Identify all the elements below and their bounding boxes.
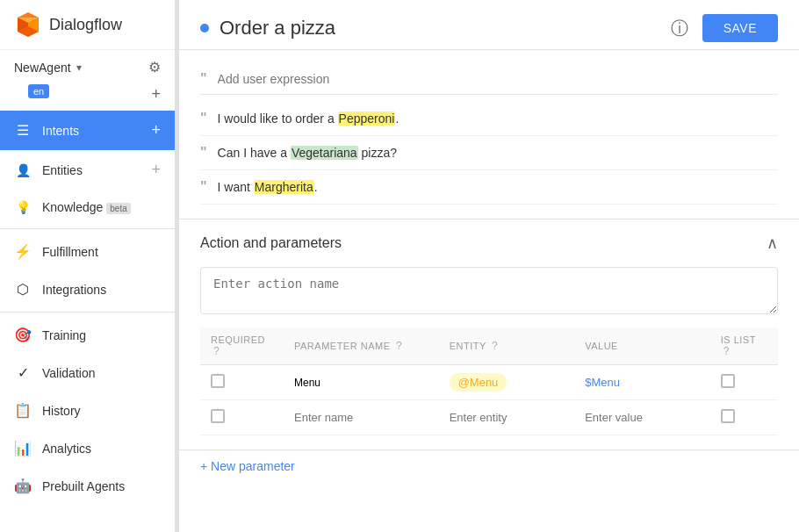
- th-required: REQUIRED ?: [200, 327, 284, 365]
- parameters-table: REQUIRED ? PARAMETER NAME ? ENTITY ? V: [200, 327, 778, 435]
- sidebar-item-entities[interactable]: 👤 Entities +: [0, 150, 175, 190]
- th-value: VALUE: [574, 327, 710, 365]
- training-icon: 🎯: [14, 327, 32, 343]
- expression-row-1: " I would like to order a Pepperoni.: [200, 102, 778, 136]
- value-input-2[interactable]: [585, 411, 700, 424]
- new-parameter-button[interactable]: + New parameter: [200, 459, 295, 473]
- sidebar-item-validation-label: Validation: [42, 366, 161, 380]
- add-lang-button[interactable]: +: [151, 85, 161, 104]
- page-title: Order a pizza: [220, 17, 335, 40]
- th-islist: IS LIST ?: [710, 327, 778, 365]
- action-name-input[interactable]: [200, 267, 778, 314]
- th-entity: ENTITY ?: [439, 327, 575, 365]
- param-name-input-2[interactable]: [294, 411, 428, 424]
- content-area: " " I would like to order a Pepperoni. "…: [179, 50, 799, 532]
- sidebar-item-knowledge-label: Knowledgebeta: [42, 200, 161, 214]
- highlight-margherita: Margherita: [254, 180, 314, 194]
- sidebar-item-analytics-label: Analytics: [42, 442, 161, 456]
- table-header-row: REQUIRED ? PARAMETER NAME ? ENTITY ? V: [200, 327, 778, 365]
- sidebar-item-knowledge[interactable]: 💡 Knowledgebeta: [0, 190, 175, 225]
- new-param-row: + New parameter: [179, 449, 799, 482]
- agent-name[interactable]: NewAgent: [14, 61, 71, 75]
- sidebar-item-training-label: Training: [42, 328, 161, 342]
- add-expression-input[interactable]: [218, 72, 778, 86]
- expressions-section: " " I would like to order a Pepperoni. "…: [179, 50, 799, 219]
- quote-icon-3: ": [200, 179, 207, 195]
- required-checkbox-2[interactable]: [211, 409, 225, 423]
- action-section: Action and parameters ∧ REQUIRED ? PARAM…: [179, 219, 799, 449]
- td-required-1: [200, 365, 284, 400]
- sidebar-item-prebuilt-label: Prebuilt Agents: [42, 479, 161, 493]
- param-name-help-icon[interactable]: ?: [396, 340, 402, 352]
- knowledge-icon: 💡: [14, 200, 32, 214]
- table-row-2: [200, 400, 778, 435]
- table-row-1: Menu @Menu $Menu: [200, 365, 778, 400]
- section-title: Action and parameters: [200, 235, 342, 251]
- sidebar-item-integrations-label: Integrations: [42, 283, 161, 297]
- sidebar-item-integrations[interactable]: ⬡ Integrations: [0, 270, 175, 308]
- required-checkbox-1[interactable]: [211, 374, 225, 388]
- sidebar-item-validation[interactable]: ✓ Validation: [0, 354, 175, 392]
- expression-text-1: I would like to order a Pepperoni.: [218, 111, 400, 126]
- param-name-value-1: Menu: [294, 377, 320, 389]
- quote-icon-2: ": [200, 145, 207, 161]
- islist-checkbox-1[interactable]: [721, 374, 735, 388]
- sidebar-item-prebuilt[interactable]: 🤖 Prebuilt Agents: [0, 467, 175, 505]
- sidebar-item-intents-label: Intents: [42, 124, 151, 138]
- entity-tag-1[interactable]: @Menu: [450, 373, 507, 392]
- sidebar: Dialogflow NewAgent ▾ ⚙ en + ☰ Intents +…: [0, 0, 176, 532]
- add-intent-button[interactable]: +: [151, 121, 161, 140]
- td-entity-2: [439, 400, 575, 435]
- sidebar-item-analytics[interactable]: 📊 Analytics: [0, 429, 175, 467]
- sidebar-item-history[interactable]: 📋 History: [0, 392, 175, 429]
- highlight-pepperoni: Pepperoni: [338, 111, 396, 126]
- sidebar-divider-1: [0, 228, 175, 229]
- highlight-vegetariana: Vegetariana: [291, 146, 358, 160]
- lang-badge[interactable]: en: [28, 84, 49, 98]
- save-button[interactable]: SAVE: [702, 14, 778, 42]
- sidebar-logo: Dialogflow: [0, 0, 175, 50]
- required-help-icon[interactable]: ?: [213, 345, 220, 357]
- th-param-name: PARAMETER NAME ?: [284, 327, 439, 365]
- add-expression-row: ": [200, 64, 778, 95]
- sidebar-item-training[interactable]: 🎯 Training: [0, 316, 175, 354]
- integrations-icon: ⬡: [14, 281, 32, 298]
- td-value-2: [574, 400, 710, 435]
- expression-row-3: " I want Margherita.: [200, 170, 778, 205]
- add-entity-button[interactable]: +: [151, 161, 161, 179]
- td-required-2: [200, 400, 284, 435]
- value-link-1[interactable]: $Menu: [585, 376, 620, 389]
- main-content: Order a pizza ⓘ SAVE " " I would like to…: [179, 0, 799, 532]
- gear-icon[interactable]: ⚙: [148, 59, 161, 75]
- sidebar-item-fulfillment-label: Fulfillment: [42, 245, 161, 259]
- quote-icon-1: ": [200, 111, 207, 126]
- prebuilt-icon: 🤖: [14, 478, 32, 494]
- logo-text: Dialogflow: [49, 16, 122, 34]
- history-icon: 📋: [14, 402, 32, 419]
- entity-help-icon[interactable]: ?: [492, 340, 498, 352]
- info-icon[interactable]: ⓘ: [671, 17, 688, 40]
- intents-icon: ☰: [14, 122, 32, 139]
- fulfillment-icon: ⚡: [14, 243, 32, 260]
- td-islist-2: [710, 400, 778, 435]
- beta-badge: beta: [106, 203, 130, 214]
- islist-help-icon[interactable]: ?: [723, 345, 730, 357]
- td-param-name-1: Menu: [284, 365, 439, 400]
- islist-checkbox-2[interactable]: [721, 409, 735, 423]
- dropdown-arrow-icon[interactable]: ▾: [76, 61, 82, 74]
- td-islist-1: [710, 365, 778, 400]
- section-header: Action and parameters ∧: [200, 234, 778, 253]
- analytics-icon: 📊: [14, 440, 32, 457]
- sidebar-divider-2: [0, 312, 175, 313]
- agent-row: NewAgent ▾ ⚙: [0, 50, 175, 84]
- td-entity-1: @Menu: [439, 365, 575, 400]
- sidebar-item-intents[interactable]: ☰ Intents +: [0, 111, 175, 150]
- td-value-1: $Menu: [574, 365, 710, 400]
- validation-icon: ✓: [14, 364, 32, 381]
- expression-row-2: " Can I have a Vegetariana pizza?: [200, 136, 778, 170]
- entity-input-2[interactable]: [450, 411, 565, 424]
- sidebar-item-fulfillment[interactable]: ⚡ Fulfillment: [0, 233, 175, 270]
- top-bar: Order a pizza ⓘ SAVE: [179, 0, 799, 50]
- expression-text-2: Can I have a Vegetariana pizza?: [218, 146, 397, 160]
- collapse-button[interactable]: ∧: [767, 234, 778, 253]
